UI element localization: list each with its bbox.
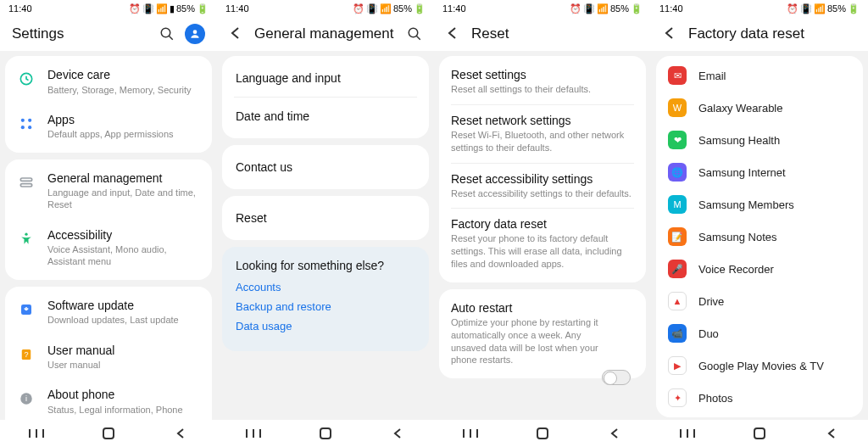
back-icon[interactable] [229,26,244,42]
app-icon: M [668,195,687,214]
status-time: 11:40 [8,3,32,14]
row-sub: User manual [47,359,200,371]
row-sub: Download updates, Last update [47,314,200,326]
auto-restart-toggle[interactable] [602,370,631,385]
status-icons: ⏰ 📳 📶 ▮ 85% 🔋 [129,3,209,14]
suggest-card: Looking for something else? Accounts Bac… [222,247,429,351]
svg-point-10 [25,232,27,235]
row-label: Software update [47,299,200,314]
search-icon[interactable] [407,26,422,42]
reset-item-sub: Reset accessibility settings to their de… [451,187,634,200]
language-input-row[interactable]: Language and input [222,59,429,97]
reset-item[interactable]: Reset network settingsReset Wi-Fi, Bluet… [439,105,646,163]
app-icon: 📝 [668,227,687,246]
battery-icon: 🔋 [414,3,426,14]
battery-pct: 85% [610,3,629,14]
battery-icon: 🔋 [197,3,209,14]
svg-line-1 [169,36,173,40]
back-button[interactable] [605,424,624,443]
settings-row-general[interactable]: General managementLanguage and input, Da… [5,163,212,220]
app-label: Galaxy Wearable [698,102,782,115]
app-row: 🌐Samsung Internet [656,156,863,188]
home-button[interactable] [316,424,335,443]
svg-rect-9 [20,183,31,186]
row-sub: Status, Legal information, Phone name [47,404,200,420]
suggest-link-data[interactable]: Data usage [236,320,415,332]
contact-us-row[interactable]: Contact us [222,148,429,186]
date-time-row[interactable]: Date and time [222,98,429,135]
row-label: Apps [47,113,200,128]
back-button[interactable] [171,424,190,443]
app-icon: 📹 [668,324,687,343]
reset-item[interactable]: Reset settingsReset all settings to thei… [439,59,646,104]
reset-item[interactable]: Factory data resetReset your phone to it… [439,209,646,279]
battery-pct: 85% [827,3,846,14]
suggest-link-backup[interactable]: Backup and restore [236,300,415,313]
app-row: 🎤Voice Recorder [656,253,863,285]
page-title: Reset [471,25,639,42]
svg-rect-19 [103,428,114,439]
back-icon[interactable] [446,26,461,42]
svg-point-0 [161,28,170,37]
app-row: MSamsung Members [656,188,863,221]
app-label: Samsung Health [698,134,780,147]
settings-row-device-care[interactable]: Device careBattery, Storage, Memory, Sec… [5,59,212,104]
page-title: General management [254,25,397,42]
header: General management [217,17,434,51]
settings-row-apps[interactable]: AppsDefault apps, App permissions [5,104,212,149]
home-button[interactable] [750,424,769,443]
nav-bar [0,420,217,447]
app-label: Samsung Notes [698,231,777,243]
nav-bar [651,420,868,447]
gm-card-1: Language and input Date and time [222,56,429,138]
settings-group: General managementLanguage and input, Da… [5,159,212,280]
status-icons: ⏰ 📳 📶 85% 🔋 [570,3,643,14]
status-time: 11:40 [225,3,249,14]
app-label: Samsung Internet [698,166,786,179]
screen-factory-reset: 11:40 ⏰ 📳 📶 85% 🔋 Factory data reset ✉Em… [651,0,868,447]
suggest-link-accounts[interactable]: Accounts [236,281,415,293]
battery-icon: 🔋 [848,3,860,14]
recents-button[interactable] [678,424,697,443]
app-icon: 🌐 [668,163,687,182]
manual-icon: ? [17,345,36,364]
recents-button[interactable] [27,424,46,443]
reset-item[interactable]: Reset accessibility settingsReset access… [439,164,646,209]
reset-item-label: Reset accessibility settings [451,172,634,186]
general-icon [17,173,36,192]
settings-row-accessibility[interactable]: AccessibilityVoice Assistant, Mono audio… [5,220,212,277]
svg-rect-8 [20,178,31,181]
home-button[interactable] [99,424,118,443]
settings-row-manual[interactable]: ?User manualUser manual [5,335,212,380]
screen-general-management: 11:40 ⏰ 📳 📶 85% 🔋 General management Lan… [217,0,434,447]
settings-row-update[interactable]: Software updateDownload updates, Last up… [5,290,212,335]
back-button[interactable] [822,424,841,443]
status-time: 11:40 [659,3,683,14]
app-icon: ✦ [668,388,687,407]
apps-icon [17,115,36,133]
vibrate-icon: 📳 [142,3,154,14]
settings-row-about[interactable]: iAbout phoneStatus, Legal information, P… [5,379,212,420]
suggest-head: Looking for something else? [236,259,415,272]
status-bar: 11:40 ⏰ 📳 📶 85% 🔋 [217,0,434,17]
recents-button[interactable] [244,424,263,443]
app-icon: ▲ [668,292,687,310]
wifi-icon: 📶 [156,3,168,14]
back-button[interactable] [388,424,407,443]
reset-item-sub: Reset your phone to its factory default … [451,232,634,271]
account-avatar[interactable] [185,24,205,44]
about-icon: i [17,389,36,408]
recents-button[interactable] [461,424,480,443]
row-label: Device care [47,68,200,83]
search-icon[interactable] [159,26,175,42]
home-button[interactable] [533,424,552,443]
row-sub: Language and input, Date and time, Reset [47,187,200,211]
header: Settings [0,17,217,51]
reset-card: Reset settingsReset all settings to thei… [439,56,646,282]
reset-row[interactable]: Reset [222,199,429,237]
row-label: Accessibility [47,228,200,243]
back-icon[interactable] [663,26,678,42]
alarm-icon: ⏰ [570,3,581,14]
auto-restart-row[interactable]: Auto restart Optimize your phone by rest… [439,293,646,375]
app-row: ✉Email [656,59,863,92]
